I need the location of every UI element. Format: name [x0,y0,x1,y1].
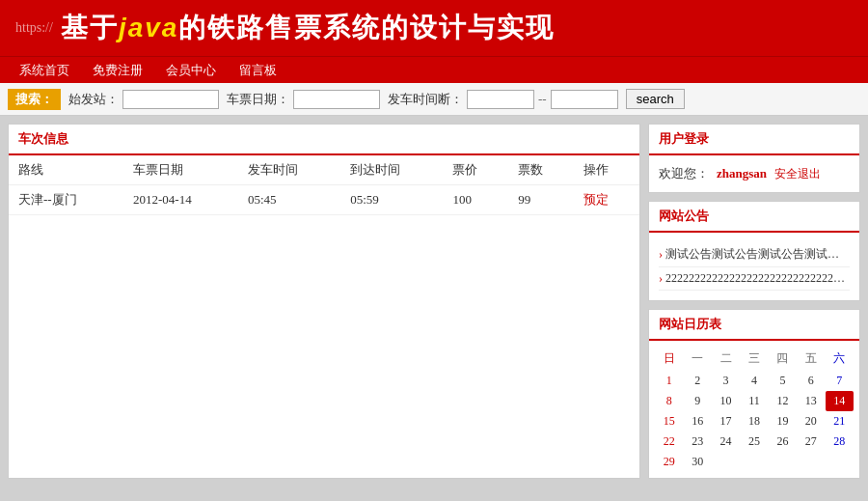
time-end-input[interactable] [551,90,618,109]
calendar-day[interactable]: 24 [712,431,740,452]
java-text: java [119,13,179,42]
calendar-box: 网站日历表 日一二三四五六123456789101112131415161718… [648,309,860,479]
announce-item[interactable]: 测试公告测试公告测试公告测试公告测试公告… [659,242,850,267]
calendar-content: 日一二三四五六123456789101112131415161718192021… [649,341,859,478]
calendar-weekday: 六 [826,347,854,371]
calendar-day[interactable]: 8 [655,391,683,411]
calendar-day[interactable]: 10 [712,391,740,411]
calendar-weekday: 四 [769,347,797,371]
calendar-day[interactable]: 16 [683,411,711,431]
calendar-day [769,452,797,472]
logout-link[interactable]: 安全退出 [774,166,821,182]
book-link[interactable]: 预定 [583,192,609,207]
table-cell: 05:59 [340,185,443,215]
calendar-day[interactable]: 14 [826,391,854,411]
col-route: 路线 [9,155,123,185]
from-station-label: 始发站： [68,91,119,108]
search-label: 搜索： [8,89,61,110]
col-date: 车票日期 [123,155,238,185]
calendar-day[interactable]: 11 [740,391,768,411]
date-label: 车票日期： [227,91,289,108]
date-input[interactable] [293,90,380,109]
time-label: 发车时间断： [388,91,463,108]
user-login-header: 用户登录 [649,125,859,155]
calendar-day[interactable]: 9 [683,391,711,411]
table-cell: 2012-04-14 [123,185,238,215]
from-station-input[interactable] [122,90,219,109]
user-login-content: 欢迎您： zhangsan 安全退出 [649,155,859,192]
table-action-cell: 预定 [574,185,639,215]
col-price: 票价 [443,155,508,185]
calendar-day[interactable]: 3 [712,371,740,391]
calendar-day[interactable]: 20 [797,411,825,431]
calendar-day [740,452,768,472]
date-group: 车票日期： [227,90,380,109]
col-action: 操作 [574,155,639,185]
calendar-day[interactable]: 13 [797,391,825,411]
calendar-weekday: 五 [797,347,825,371]
calendar-day[interactable]: 7 [826,371,854,391]
calendar-day[interactable]: 5 [769,371,797,391]
main-content: 车次信息 路线 车票日期 发车时间 到达时间 票价 票数 操作 天津--厦门20… [0,116,868,487]
header: https:// 基于java的铁路售票系统的设计与实现 [0,0,868,56]
col-count: 票数 [508,155,574,185]
calendar-day[interactable]: 4 [740,371,768,391]
nav-home[interactable]: 系统首页 [8,58,81,83]
calendar-day[interactable]: 15 [655,411,683,431]
calendar-day[interactable]: 30 [683,452,711,472]
announce-header: 网站公告 [649,202,859,233]
from-station-group: 始发站： [68,90,219,109]
train-info-header: 车次信息 [9,125,639,155]
calendar-day[interactable]: 17 [712,411,740,431]
calendar-day[interactable]: 22 [655,431,683,452]
calendar-weekday: 三 [740,347,768,371]
calendar-day[interactable]: 1 [655,371,683,391]
calendar-weekday: 二 [712,347,740,371]
time-separator: -- [538,92,547,107]
search-bar: 搜索： 始发站： 车票日期： 发车时间断： -- search [0,83,868,116]
calendar-day [826,452,854,472]
calendar-day[interactable]: 6 [797,371,825,391]
announce-item[interactable]: 2222222222222222222222222222222222222222… [659,267,850,291]
col-depart: 发车时间 [238,155,340,185]
calendar-day[interactable]: 26 [769,431,797,452]
calendar-day[interactable]: 28 [826,431,854,452]
calendar-header: 网站日历表 [649,310,859,341]
nav-member[interactable]: 会员中心 [154,58,228,83]
header-title: 基于java的铁路售票系统的设计与实现 [61,10,556,46]
calendar-day[interactable]: 27 [797,431,825,452]
navbar: 系统首页 免费注册 会员中心 留言板 [0,56,868,83]
calendar-day[interactable]: 18 [740,411,768,431]
calendar-table: 日一二三四五六123456789101112131415161718192021… [655,347,854,472]
calendar-day[interactable]: 23 [683,431,711,452]
calendar-day[interactable]: 12 [769,391,797,411]
table-cell: 99 [508,185,574,215]
calendar-day[interactable]: 21 [826,411,854,431]
col-arrive: 到达时间 [340,155,443,185]
calendar-weekday: 一 [683,347,711,371]
calendar-day [797,452,825,472]
calendar-day[interactable]: 29 [655,452,683,472]
user-login-box: 用户登录 欢迎您： zhangsan 安全退出 [648,124,860,193]
username-display: zhangsan [717,166,767,181]
announce-box: 网站公告 测试公告测试公告测试公告测试公告测试公告…22222222222222… [648,201,860,301]
train-table: 路线 车票日期 发车时间 到达时间 票价 票数 操作 天津--厦门2012-04… [9,155,639,215]
time-start-input[interactable] [467,90,534,109]
header-url: https:// [15,20,53,36]
left-panel: 车次信息 路线 车票日期 发车时间 到达时间 票价 票数 操作 天津--厦门20… [8,124,640,479]
time-group: 发车时间断： -- [388,90,618,109]
nav-guestbook[interactable]: 留言板 [228,58,288,83]
calendar-day[interactable]: 25 [740,431,768,452]
calendar-day[interactable]: 2 [683,371,711,391]
table-row: 天津--厦门2012-04-1405:4505:5910099预定 [9,185,639,215]
calendar-day[interactable]: 19 [769,411,797,431]
table-cell: 100 [443,185,508,215]
search-button[interactable]: search [626,89,685,109]
table-cell: 天津--厦门 [9,185,123,215]
nav-register[interactable]: 免费注册 [81,58,154,83]
calendar-weekday: 日 [655,347,683,371]
user-login-row: 欢迎您： zhangsan 安全退出 [659,165,850,182]
user-greeting: 欢迎您： [659,165,709,182]
right-panel: 用户登录 欢迎您： zhangsan 安全退出 网站公告 测试公告测试公告测试公… [648,124,860,479]
calendar-day [712,452,740,472]
